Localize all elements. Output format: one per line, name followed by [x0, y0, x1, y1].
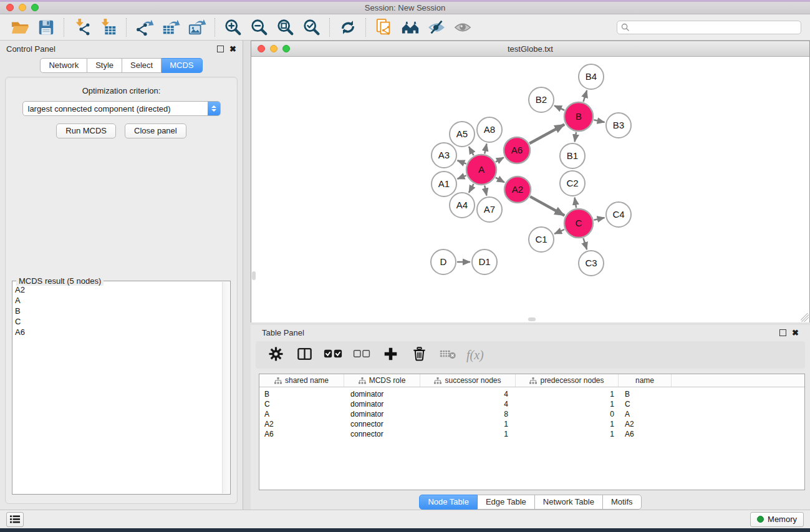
edge-B-B3[interactable]: [594, 120, 604, 122]
minimize-window-button[interactable]: [19, 4, 26, 11]
result-item-a2[interactable]: A2: [12, 285, 223, 296]
refresh-view-button[interactable]: [337, 17, 359, 37]
edge-A-A4[interactable]: [469, 184, 474, 193]
cell[interactable]: B: [619, 389, 672, 399]
tab-style[interactable]: Style: [87, 58, 122, 73]
open-file-button[interactable]: [9, 17, 31, 37]
canvas-horizontal-scrollbar[interactable]: [528, 317, 536, 321]
edge-A6-B[interactable]: [529, 124, 564, 143]
cell[interactable]: A: [259, 409, 344, 419]
cell[interactable]: 1: [420, 419, 516, 429]
graph-node-A5[interactable]: A5: [450, 122, 475, 147]
select-all-checkboxes-button[interactable]: [323, 345, 343, 365]
graph-node-D1[interactable]: D1: [472, 249, 497, 274]
close-panel-button[interactable]: Close panel: [125, 123, 186, 138]
tab-mcds[interactable]: MCDS: [162, 58, 202, 73]
task-history-button[interactable]: [6, 512, 24, 527]
graph-node-C1[interactable]: C1: [529, 227, 554, 252]
graph-node-C[interactable]: C: [564, 209, 593, 238]
cell[interactable]: 1: [516, 389, 619, 399]
delete-table-button[interactable]: [438, 345, 458, 365]
graph-node-C4[interactable]: C4: [606, 202, 631, 227]
cell[interactable]: 4: [420, 399, 516, 409]
canvas-vertical-scrollbar[interactable]: [252, 271, 256, 280]
columns-visibility-button[interactable]: [294, 345, 314, 365]
graph-node-D[interactable]: D: [431, 249, 456, 274]
edge-C-C3[interactable]: [583, 238, 587, 249]
graph-node-B[interactable]: B: [564, 102, 593, 131]
result-item-a[interactable]: A: [12, 296, 223, 306]
graph-node-A8[interactable]: A8: [477, 117, 502, 142]
graph-node-C3[interactable]: C3: [579, 251, 604, 276]
zoom-fit-button[interactable]: [275, 17, 296, 37]
cell[interactable]: A6: [619, 429, 672, 439]
table-row-a2[interactable]: A2connector11A2: [259, 419, 804, 429]
table-row-a[interactable]: Adominator80A: [259, 409, 804, 419]
settings-button[interactable]: [266, 345, 286, 365]
edge-A-A5[interactable]: [469, 147, 474, 155]
network-canvas[interactable]: B4B2BB3A5A8A6A3B1AC2A1A2A4A7C4CC1C3DD1: [251, 57, 809, 322]
search-input[interactable]: [632, 22, 797, 32]
edge-A-A3[interactable]: [457, 160, 466, 163]
float-panel-icon[interactable]: [217, 46, 224, 52]
cell[interactable]: 4: [420, 389, 516, 399]
table-close-panel-icon[interactable]: ✖: [792, 329, 799, 337]
cell[interactable]: A2: [259, 419, 344, 429]
table-row-b[interactable]: Bdominator41B: [259, 389, 804, 399]
table-tab-motifs[interactable]: Motifs: [603, 495, 642, 510]
network-minimize-button[interactable]: [270, 45, 277, 52]
table-float-panel-icon[interactable]: [779, 329, 786, 336]
save-session-button[interactable]: [36, 17, 57, 37]
zoom-selected-button[interactable]: [301, 17, 322, 37]
graph-node-A7[interactable]: A7: [477, 197, 502, 222]
graph-node-C2[interactable]: C2: [560, 171, 585, 196]
graph-node-B3[interactable]: B3: [606, 113, 631, 138]
table-tab-node-table[interactable]: Node Table: [419, 495, 478, 510]
edge-B-B4[interactable]: [583, 90, 587, 102]
edge-C-C4[interactable]: [594, 218, 604, 220]
graph-node-A6[interactable]: A6: [504, 137, 530, 163]
table-tab-network-table[interactable]: Network Table: [535, 495, 603, 510]
cell[interactable]: B: [259, 389, 344, 399]
criterion-dropdown[interactable]: largest connected component (directed): [22, 101, 221, 116]
cell[interactable]: C: [619, 399, 672, 409]
graph-node-A[interactable]: A: [466, 155, 496, 185]
result-scrollbar[interactable]: [222, 282, 229, 493]
result-item-b[interactable]: B: [12, 306, 223, 317]
table-row-c[interactable]: Cdominator41C: [259, 399, 804, 409]
cell[interactable]: dominator: [344, 399, 420, 409]
edge-C-C2[interactable]: [575, 198, 577, 208]
show-hidden-button[interactable]: [452, 17, 473, 37]
new-network-from-selection-button[interactable]: [374, 17, 395, 37]
cell[interactable]: 1: [516, 419, 619, 429]
resize-grip[interactable]: [800, 313, 809, 322]
cell[interactable]: 1: [516, 429, 619, 439]
search-field[interactable]: [617, 21, 801, 34]
add-column-button[interactable]: [380, 345, 400, 365]
network-zoom-button[interactable]: [282, 45, 290, 52]
graph-node-B4[interactable]: B4: [579, 64, 604, 89]
tab-select[interactable]: Select: [122, 58, 162, 73]
graph-node-A1[interactable]: A1: [432, 172, 456, 196]
graph-node-B1[interactable]: B1: [560, 143, 585, 168]
column-header-name[interactable]: name: [619, 374, 672, 387]
table-row-a6[interactable]: A6connector11A6: [259, 429, 804, 439]
edge-C-C1[interactable]: [554, 230, 564, 234]
import-table-button[interactable]: [98, 17, 119, 37]
hide-selected-button[interactable]: [426, 17, 447, 37]
cell[interactable]: 8: [420, 409, 516, 419]
import-network-button[interactable]: [72, 17, 93, 37]
cell[interactable]: connector: [344, 429, 420, 439]
export-table-button[interactable]: [160, 17, 181, 37]
export-network-button[interactable]: [134, 17, 155, 37]
edge-B-B1[interactable]: [575, 132, 576, 142]
graph-node-A2[interactable]: A2: [504, 177, 531, 203]
column-header-mcds-role[interactable]: MCDS role: [344, 374, 420, 387]
edge-A2-C[interactable]: [530, 196, 564, 215]
memory-button[interactable]: Memory: [750, 512, 804, 527]
run-mcds-button[interactable]: Run MCDS: [56, 123, 116, 138]
clear-checkboxes-button[interactable]: [352, 345, 372, 365]
result-item-a6[interactable]: A6: [12, 327, 223, 338]
table-tab-edge-table[interactable]: Edge Table: [478, 495, 535, 510]
graph-node-A4[interactable]: A4: [450, 193, 475, 218]
